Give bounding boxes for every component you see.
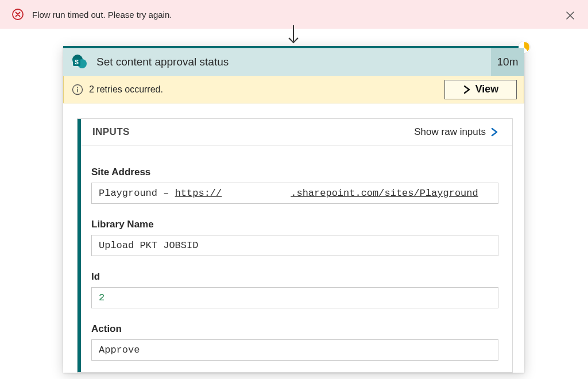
field-value-action: Approve [91, 339, 498, 361]
show-raw-inputs-link[interactable]: Show raw inputs [414, 126, 498, 138]
sharepoint-icon: S [63, 48, 96, 76]
card-duration: 10m [491, 48, 524, 76]
inputs-section-label: INPUTS [92, 126, 414, 138]
field-label-site-address: Site Address [91, 167, 498, 178]
view-button[interactable]: View [444, 80, 517, 99]
show-raw-inputs-label: Show raw inputs [414, 126, 486, 138]
action-card: S Set content approval status 10m 2 retr… [63, 46, 524, 373]
field-value-site-address: Playground – https://.sharepoint.com/sit… [91, 183, 498, 204]
svg-point-6 [77, 86, 78, 87]
info-icon [72, 84, 83, 95]
field-label-id: Id [91, 271, 498, 283]
inputs-section-header: INPUTS Show raw inputs [78, 119, 512, 146]
svg-text:S: S [75, 59, 79, 65]
field-label-library-name: Library Name [91, 219, 498, 230]
retry-text: 2 retries occurred. [89, 84, 439, 95]
flow-arrow-icon [285, 24, 301, 47]
error-message: Flow run timed out. Please try again. [32, 10, 172, 20]
card-title: Set content approval status [96, 56, 491, 68]
field-label-action: Action [91, 323, 498, 335]
view-button-label: View [475, 83, 499, 95]
inputs-section: INPUTS Show raw inputs Site Address Play… [77, 118, 513, 373]
field-value-id: 2 [91, 287, 498, 308]
svg-rect-7 [77, 88, 78, 92]
section-accent [78, 119, 81, 372]
close-icon[interactable] [563, 8, 578, 23]
site-address-prefix: Playground – [99, 188, 175, 199]
chevron-right-icon [463, 85, 471, 94]
retry-notice: 2 retries occurred. View [63, 76, 524, 103]
chevron-right-icon [490, 127, 498, 137]
field-value-library-name: Upload PKT JOBSID [91, 235, 498, 256]
card-header[interactable]: S Set content approval status 10m [63, 48, 524, 76]
error-icon [11, 8, 24, 21]
site-address-url: https://.sharepoint.com/sites/Playground [175, 188, 478, 199]
